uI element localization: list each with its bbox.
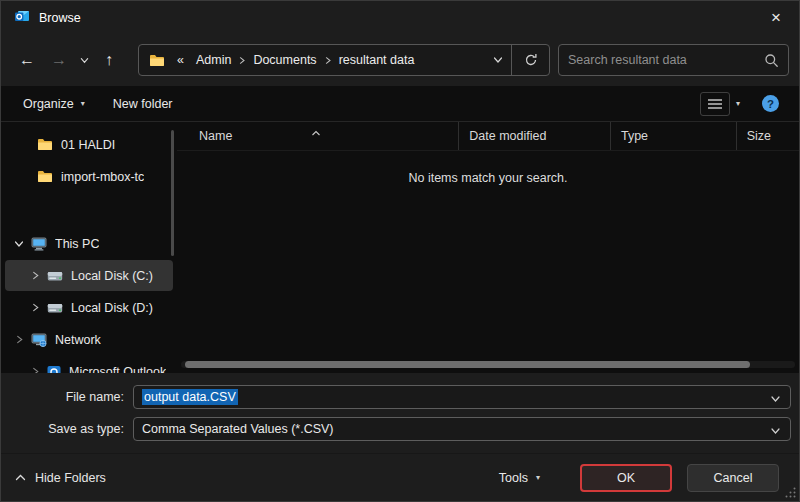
tree-item-network[interactable]: Network	[5, 324, 173, 355]
save-as-type-label: Save as type:	[1, 422, 133, 436]
file-name-label: File name:	[1, 390, 133, 404]
hide-folders-button[interactable]: Hide Folders	[15, 471, 106, 485]
chevron-right-icon	[237, 56, 247, 65]
chevron-right-icon[interactable]	[13, 335, 25, 344]
chevron-right-icon[interactable]	[29, 303, 41, 312]
horizontal-scrollbar-thumb[interactable]	[185, 361, 750, 368]
navigation-toolbar: ← → ↑ « Admin Documents resultant data	[1, 34, 799, 86]
outlook-icon	[14, 8, 30, 27]
help-button[interactable]: ?	[762, 95, 779, 112]
forward-button[interactable]: →	[43, 45, 75, 76]
save-fields: File name: output data.CSV Save as type:…	[1, 373, 799, 453]
recent-locations-button[interactable]	[75, 45, 93, 76]
tree-item-local-disk-c[interactable]: Local Disk (C:)	[5, 260, 173, 291]
empty-message: No items match your search.	[177, 151, 799, 185]
save-as-type-value: Comma Separated Values (*.CSV)	[142, 422, 334, 436]
ok-button[interactable]: OK	[580, 464, 672, 492]
window-title: Browse	[39, 11, 81, 25]
file-name-input[interactable]: output data.CSV	[133, 385, 791, 409]
search-input[interactable]	[568, 53, 764, 67]
breadcrumb-item-resultant-data[interactable]: resultant data	[333, 53, 421, 67]
titlebar: Browse ×	[1, 1, 799, 34]
search-box	[558, 44, 789, 76]
view-dropdown-button[interactable]: ▾	[730, 99, 746, 108]
tree-spacer	[1, 193, 177, 227]
search-icon[interactable]	[764, 53, 779, 68]
chevron-down-icon: ▾	[81, 99, 85, 108]
chevron-down-icon[interactable]	[770, 425, 781, 439]
folder-icon	[37, 170, 53, 183]
new-folder-button[interactable]: New folder	[103, 91, 183, 117]
outlook-app-icon	[47, 365, 61, 374]
hide-folders-label: Hide Folders	[35, 471, 106, 485]
navigation-pane: 01 HALDI import-mbox-tc This PC	[1, 122, 177, 373]
tree-item-label: This PC	[55, 237, 99, 251]
up-button[interactable]: ↑	[93, 45, 125, 76]
current-folder-icon	[149, 54, 165, 67]
tree-item-local-disk-d[interactable]: Local Disk (D:)	[5, 292, 173, 323]
close-button[interactable]: ×	[753, 1, 799, 34]
chevron-up-icon	[15, 474, 26, 481]
tools-button[interactable]: Tools ▾	[499, 471, 540, 485]
chevron-right-icon[interactable]	[29, 271, 41, 280]
organize-button[interactable]: Organize ▾	[13, 91, 95, 117]
sidebar-scrollbar[interactable]	[171, 130, 174, 256]
chevron-right-icon	[323, 56, 333, 65]
breadcrumb-item-documents[interactable]: Documents	[247, 53, 322, 67]
file-list: Name Date modified Type Size No items ma…	[177, 122, 799, 373]
footer: Hide Folders Tools ▾ OK Cancel	[1, 453, 799, 501]
organize-label: Organize	[23, 97, 74, 111]
tree-item-label: Network	[55, 333, 101, 347]
column-header-type[interactable]: Type	[610, 122, 736, 150]
browse-dialog: Browse × ← → ↑ « Admin Documents	[0, 0, 800, 502]
folder-icon	[37, 138, 53, 151]
refresh-icon	[524, 53, 538, 67]
tree-item-import-mbox[interactable]: import-mbox-tc	[5, 161, 173, 192]
change-view-button[interactable]	[700, 92, 730, 116]
chevron-right-icon[interactable]	[29, 367, 41, 373]
back-button[interactable]: ←	[11, 45, 43, 76]
file-name-value: output data.CSV	[142, 389, 238, 405]
main-content: 01 HALDI import-mbox-tc This PC	[1, 122, 799, 373]
tree-item-label: Local Disk (C:)	[71, 269, 153, 283]
drive-icon	[47, 302, 63, 314]
column-header-size[interactable]: Size	[736, 122, 799, 150]
tree-item-label: 01 HALDI	[61, 138, 115, 152]
tree-item-this-pc[interactable]: This PC	[5, 228, 173, 259]
tree-item-label: Microsoft Outlook	[69, 365, 166, 374]
command-bar: Organize ▾ New folder ▾ ?	[1, 86, 799, 122]
chevron-down-icon: ▾	[536, 473, 540, 482]
resize-grip[interactable]	[785, 487, 796, 498]
chevron-down-icon	[493, 55, 503, 65]
breadcrumb-item-admin[interactable]: Admin	[190, 53, 237, 67]
this-pc-icon	[31, 237, 47, 251]
save-as-type-select[interactable]: Comma Separated Values (*.CSV)	[133, 417, 791, 441]
tree-item-label: Local Disk (D:)	[71, 301, 153, 315]
cancel-button[interactable]: Cancel	[687, 464, 779, 492]
drive-icon	[47, 270, 63, 282]
tree-item-microsoft-outlook[interactable]: Microsoft Outlook	[5, 356, 173, 373]
chevron-down-icon[interactable]	[770, 393, 781, 407]
tree-item-01-haldi[interactable]: 01 HALDI	[5, 129, 173, 160]
chevron-down-icon	[80, 56, 89, 65]
address-bar[interactable]: « Admin Documents resultant data	[138, 44, 550, 76]
column-header-date-modified[interactable]: Date modified	[458, 122, 610, 150]
address-dropdown-button[interactable]	[485, 45, 511, 75]
tools-label: Tools	[499, 471, 528, 485]
chevron-down-icon[interactable]	[13, 239, 25, 249]
network-icon	[31, 333, 47, 347]
sort-ascending-icon	[311, 124, 321, 139]
new-folder-label: New folder	[113, 97, 173, 111]
horizontal-scrollbar[interactable]	[181, 361, 795, 368]
list-view-icon	[707, 97, 723, 111]
breadcrumb-overflow[interactable]: «	[171, 53, 190, 67]
column-headers: Name Date modified Type Size	[177, 122, 799, 151]
tree-item-label: import-mbox-tc	[61, 170, 144, 184]
refresh-button[interactable]	[512, 45, 549, 75]
